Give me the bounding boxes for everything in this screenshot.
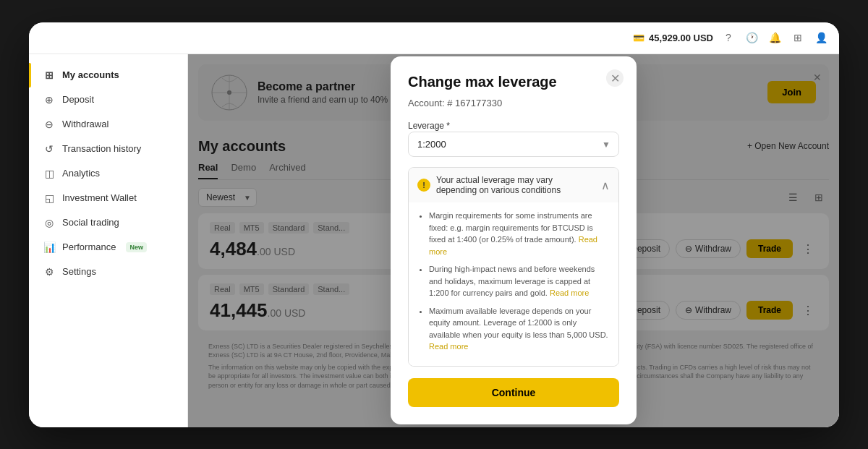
sidebar-label: Settings [62,266,96,277]
warning-toggle-icon[interactable]: ∧ [601,179,610,192]
continue-button[interactable]: Continue [408,378,619,407]
sidebar-item-transaction-history[interactable]: ↺ Transaction history [29,137,187,161]
sidebar-label: Investment Wallet [62,192,137,203]
sidebar-item-withdrawal[interactable]: ⊖ Withdrawal [29,112,187,137]
grid-icon: ⊞ [43,69,55,81]
question-icon[interactable]: ? [722,31,735,44]
warning-box: ! Your actual leverage may vary dependin… [408,167,619,367]
warning-icon: ! [417,179,430,192]
sidebar-label: Social trading [62,217,119,228]
clock-icon[interactable]: 🕐 [745,31,758,44]
warning-item-1: Margin requirements for some instruments… [429,210,608,257]
balance-display: 💳 45,929.00 USD [633,33,713,43]
modal-title: Change max leverage [408,74,619,90]
investment-icon: ◱ [43,192,55,204]
modal-overlay: Change max leverage ✕ Account: # 1671773… [188,54,839,427]
bell-icon[interactable]: 🔔 [768,31,781,44]
read-more-link-2[interactable]: Read more [550,288,589,297]
sidebar-label: Transaction history [62,143,141,154]
read-more-link-3[interactable]: Read more [429,342,468,351]
modal-close-button[interactable]: ✕ [606,69,624,87]
sidebar-label: My accounts [62,69,119,80]
sidebar-label: Withdrawal [62,119,109,129]
content-area: Become a partner Invite a friend and ear… [188,54,839,427]
social-icon: ◎ [43,217,55,228]
history-icon: ↺ [43,143,55,155]
warning-item-2: During high-impact news and before weeke… [429,263,608,299]
sidebar-label: Analytics [62,168,100,179]
change-leverage-modal: Change max leverage ✕ Account: # 1671773… [391,56,637,424]
leverage-label: Leverage * [408,121,450,131]
settings-icon: ⚙ [43,266,55,278]
grid-icon[interactable]: ⊞ [791,31,804,44]
warning-item-3: Maximum available leverage depends on yo… [429,305,608,353]
sidebar-item-deposit[interactable]: ⊕ Deposit [29,87,187,112]
warning-body: Margin requirements for some instruments… [409,202,618,366]
leverage-select[interactable]: 1:2000 1:1000 1:500 1:200 1:100 [408,132,619,157]
deposit-icon: ⊕ [43,94,55,106]
user-icon[interactable]: 👤 [814,31,827,44]
withdraw-icon: ⊖ [43,119,55,130]
wallet-icon: 💳 [633,33,644,43]
balance-value: 45,929.00 USD [649,33,713,43]
sidebar-item-investment-wallet[interactable]: ◱ Investment Wallet [29,186,187,210]
sidebar-label: Deposit [62,94,94,105]
modal-account: Account: # 167177330 [408,98,619,108]
sidebar-item-my-accounts[interactable]: ⊞ My accounts [29,63,187,87]
sidebar-label: Performance [62,241,116,252]
new-badge: New [126,242,147,252]
leverage-select-wrapper: 1:2000 1:1000 1:500 1:200 1:100 ▼ [408,132,619,157]
analytics-icon: ◫ [43,168,55,179]
top-bar: 💳 45,929.00 USD ? 🕐 🔔 ⊞ 👤 [29,22,839,54]
warning-header[interactable]: ! Your actual leverage may vary dependin… [409,168,618,202]
performance-icon: 📊 [43,241,55,253]
sidebar: ⊞ My accounts ⊕ Deposit ⊖ Withdrawal ↺ T… [29,54,188,427]
sidebar-item-social-trading[interactable]: ◎ Social trading [29,210,187,235]
sidebar-item-settings[interactable]: ⚙ Settings [29,260,187,284]
sidebar-item-analytics[interactable]: ◫ Analytics [29,161,187,186]
sidebar-item-performance[interactable]: 📊 Performance New [29,235,187,260]
top-bar-icons: ? 🕐 🔔 ⊞ 👤 [722,31,827,44]
warning-title: Your actual leverage may vary depending … [436,175,595,195]
